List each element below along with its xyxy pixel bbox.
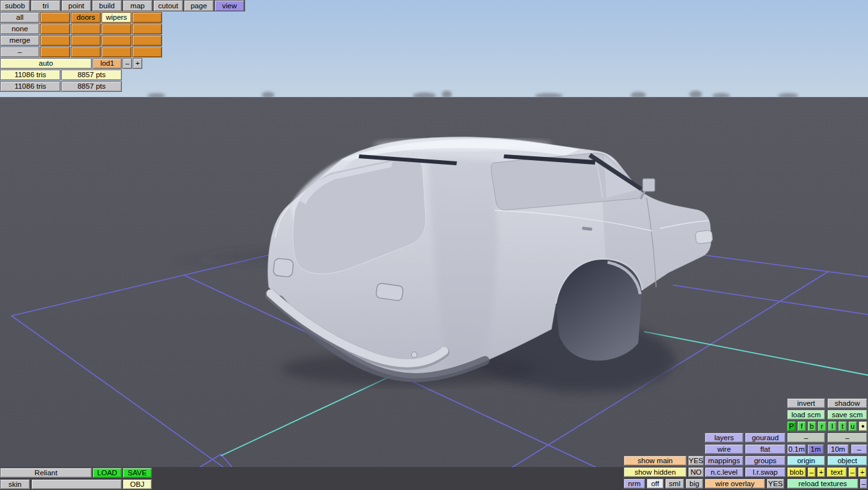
lod-increase-button[interactable]: +: [133, 58, 142, 69]
stat-total-tris: 11086 tris: [0, 81, 61, 92]
tab-build[interactable]: build: [92, 0, 122, 11]
normals-sml[interactable]: sml: [665, 479, 684, 489]
tail-light-right: [376, 283, 404, 301]
tab-view-active[interactable]: view: [214, 0, 244, 11]
app-window: subob tri point build map cutout page vi…: [0, 0, 868, 490]
part-toggle-f[interactable]: f: [797, 421, 806, 431]
show-main-value[interactable]: YES: [688, 456, 704, 466]
part-toggle-l[interactable]: l: [828, 421, 837, 431]
subobject-cell[interactable]: [71, 47, 101, 57]
wire-button[interactable]: wire: [705, 444, 744, 454]
flat-button[interactable]: flat: [745, 444, 786, 454]
blob-button[interactable]: blob: [787, 467, 806, 477]
skin-button[interactable]: skin: [0, 479, 30, 489]
tab-tri[interactable]: tri: [31, 0, 61, 11]
tab-map[interactable]: map: [123, 0, 153, 11]
subobject-cell[interactable]: [71, 35, 101, 46]
tab-page[interactable]: page: [184, 0, 214, 11]
tail-light-left: [273, 258, 294, 278]
part-toggle-b[interactable]: b: [807, 421, 816, 431]
wire-overlay-value[interactable]: YES: [767, 479, 784, 489]
subobject-cell[interactable]: [132, 12, 162, 23]
save-scm-button[interactable]: save scm: [827, 410, 867, 420]
bumper-overrider: [412, 352, 417, 358]
tab-subob[interactable]: subob: [0, 0, 30, 11]
subobject-cell[interactable]: [132, 24, 162, 34]
lod-current[interactable]: lod1: [93, 58, 122, 69]
text-plus-button[interactable]: +: [858, 467, 867, 477]
minus-button[interactable]: –: [0, 47, 40, 57]
grid-scale-1m-selected[interactable]: 1m: [807, 444, 824, 454]
part-toggle-u[interactable]: u: [848, 421, 857, 431]
origin-button[interactable]: origin: [787, 456, 825, 466]
lod-auto-button[interactable]: auto: [0, 58, 92, 69]
skin-value-field[interactable]: [31, 479, 122, 489]
reload-minus-button[interactable]: –: [860, 479, 867, 489]
stat-selected-pts: 8857 pts: [61, 70, 122, 80]
subobject-cell[interactable]: [40, 47, 70, 57]
obj-button[interactable]: OBJ: [123, 479, 152, 489]
subobject-cell-wipers[interactable]: wipers: [101, 12, 131, 23]
subobject-cell[interactable]: [40, 35, 70, 46]
select-all-button[interactable]: all: [0, 12, 40, 23]
load-button[interactable]: LOAD: [93, 468, 122, 478]
show-main-button[interactable]: show main: [624, 456, 687, 466]
reload-textures-button[interactable]: reload textures: [787, 479, 858, 489]
lr-swap-button[interactable]: l.r.swap: [745, 467, 786, 477]
grid-scale-0.1m[interactable]: 0.1m: [787, 444, 806, 454]
subobject-cell[interactable]: [71, 24, 101, 34]
wire-overlay-button[interactable]: wire overlay: [705, 479, 765, 489]
show-hidden-button[interactable]: show hidden: [624, 467, 687, 477]
lod-decrease-button[interactable]: –: [123, 58, 132, 69]
dash-button-b[interactable]: –: [827, 433, 867, 443]
subobject-cell-doors[interactable]: doors: [71, 12, 101, 23]
save-button[interactable]: SAVE: [123, 468, 152, 478]
front-bumper: [695, 230, 713, 244]
grid-scale-minus[interactable]: –: [851, 444, 867, 454]
text-button[interactable]: text: [827, 467, 847, 477]
part-toggle-r[interactable]: r: [818, 421, 827, 431]
subobject-cell[interactable]: [132, 47, 162, 57]
invert-button[interactable]: invert: [787, 398, 825, 408]
tab-point[interactable]: point: [61, 0, 91, 11]
blob-plus-button[interactable]: +: [817, 467, 825, 477]
model-name-field[interactable]: Reliant: [0, 468, 92, 478]
subobject-cell[interactable]: [132, 35, 162, 46]
groups-button[interactable]: groups: [745, 456, 786, 466]
mappings-button[interactable]: mappings: [705, 456, 744, 466]
part-toggle-t[interactable]: t: [838, 421, 847, 431]
part-toggle-dot[interactable]: ●: [858, 421, 867, 431]
subobject-cell[interactable]: [101, 24, 131, 34]
subobject-cell[interactable]: [40, 24, 70, 34]
load-scm-button[interactable]: load scm: [787, 410, 825, 420]
show-hidden-value[interactable]: NO: [688, 467, 704, 477]
grid-scale-10m[interactable]: 10m: [827, 444, 849, 454]
normals-button[interactable]: nrm: [624, 479, 645, 489]
subobject-cell[interactable]: [40, 12, 70, 23]
merge-button[interactable]: merge: [0, 35, 40, 46]
normals-off-selected[interactable]: off: [647, 479, 664, 489]
subobject-cell[interactable]: [101, 35, 131, 46]
nc-level-button[interactable]: n.c.level: [705, 467, 744, 477]
part-toggle-P[interactable]: P: [787, 421, 796, 431]
text-minus-button[interactable]: –: [848, 467, 857, 477]
viewport-3d[interactable]: [0, 0, 868, 490]
select-none-button[interactable]: none: [0, 24, 40, 34]
stat-selected-tris: 11086 tris: [0, 70, 61, 80]
subobject-cell[interactable]: [101, 47, 131, 57]
layers-button[interactable]: layers: [705, 433, 744, 443]
shading-mode-button[interactable]: gouraud: [745, 433, 786, 443]
tab-cutout[interactable]: cutout: [153, 0, 183, 11]
blob-minus-button[interactable]: –: [807, 467, 816, 477]
shadow-button[interactable]: shadow: [827, 398, 867, 408]
stat-total-pts: 8857 pts: [61, 81, 122, 92]
dash-button-a[interactable]: –: [787, 433, 825, 443]
normals-big[interactable]: big: [685, 479, 703, 489]
object-button[interactable]: object: [827, 456, 867, 466]
